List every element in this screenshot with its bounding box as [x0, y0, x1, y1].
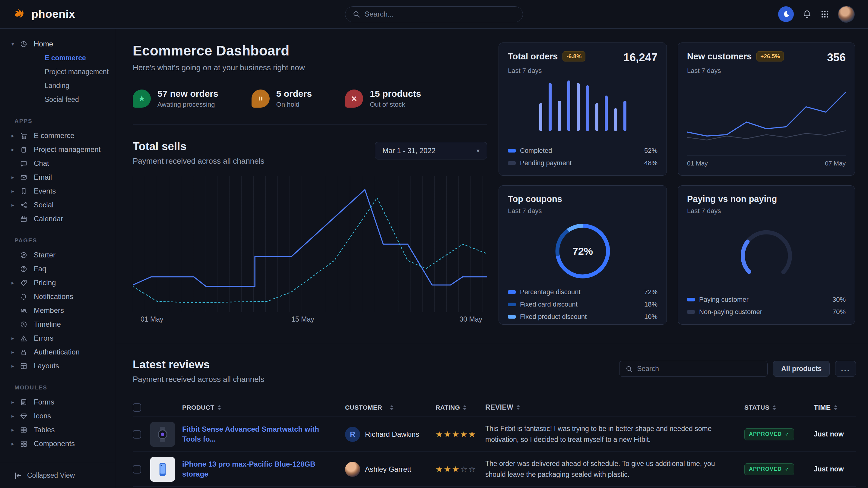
reviews-search[interactable]	[619, 361, 768, 377]
sidebar-item-label: Pricing	[34, 279, 56, 287]
column-header-customer[interactable]: CUSTOMER	[345, 404, 435, 411]
puzzle-icon	[20, 440, 34, 448]
sidebar-item-icons[interactable]: ▸Icons	[0, 409, 115, 423]
legend-label: Paying customer	[699, 296, 749, 303]
layout-icon	[20, 362, 34, 370]
column-header-product[interactable]: PRODUCT	[182, 404, 345, 411]
reviews-table-header: PRODUCT CUSTOMER RATING REVIEW STATUS TI…	[133, 398, 856, 417]
reviews-search-input[interactable]	[637, 365, 761, 373]
sidebar-item-landing[interactable]: Landing	[0, 79, 115, 93]
global-search[interactable]	[345, 6, 523, 22]
bell-icon	[802, 9, 812, 19]
sidebar-item-members[interactable]: Members	[0, 303, 115, 317]
x-label: 30 May	[460, 315, 482, 323]
user-avatar[interactable]	[838, 6, 855, 23]
donut-center-value: 72%	[553, 222, 612, 281]
tag-icon	[20, 279, 34, 287]
compass-icon	[20, 251, 34, 259]
sidebar-item-email[interactable]: ▸Email	[0, 170, 115, 184]
sidebar-item-pricing[interactable]: ▸Pricing	[0, 276, 115, 290]
sidebar-item-faq[interactable]: Faq	[0, 262, 115, 276]
collapse-view-toggle[interactable]: Collapsed View	[0, 463, 115, 488]
latest-reviews-section: Latest reviews Payment received across a…	[115, 343, 868, 488]
sidebar-item-layouts[interactable]: ▸Layouts	[0, 359, 115, 373]
sidebar-item-authentication[interactable]: ▸Authentication	[0, 345, 115, 359]
sidebar-item-e-commerce[interactable]: ▸E commerce	[0, 129, 115, 142]
column-label: TIME	[814, 403, 831, 412]
stat-desc: Out of stock	[370, 101, 421, 108]
bar	[558, 101, 561, 131]
apps-menu-button[interactable]	[820, 10, 829, 19]
sidebar-item-events[interactable]: ▸Events	[0, 184, 115, 198]
check-icon: ✓	[785, 431, 789, 438]
sidebar-item-social-feed[interactable]: Social feed	[0, 93, 115, 106]
sidebar-item-home[interactable]: ▾Home	[0, 37, 115, 51]
sidebar-item-label: Tables	[34, 426, 55, 434]
chevron-down-icon: ▾	[11, 41, 20, 47]
column-header-status[interactable]: STATUS	[744, 404, 814, 411]
select-all-checkbox[interactable]	[133, 403, 141, 412]
sidebar-item-calendar[interactable]: Calendar	[0, 212, 115, 226]
search-icon	[625, 365, 633, 372]
sort-icon	[463, 405, 467, 410]
column-header-review[interactable]: REVIEW	[485, 402, 744, 413]
page-subtitle: Here's what's going on at your business …	[133, 63, 487, 72]
legend-label: Fixed product discount	[520, 313, 587, 321]
review-text: The order was delivered ahead of schedul…	[485, 458, 744, 480]
sort-icon	[390, 405, 394, 410]
sidebar-item-social[interactable]: ▸Social	[0, 198, 115, 212]
sidebar-item-timeline[interactable]: Timeline	[0, 317, 115, 331]
column-header-rating[interactable]: RATING	[435, 404, 485, 411]
card-title: New customers	[687, 52, 752, 62]
x-label: 01 May	[687, 160, 708, 167]
product-link[interactable]: iPhone 13 pro max-Pacific Blue-128GB sto…	[182, 460, 315, 478]
status-label: APPROVED	[749, 431, 782, 437]
sidebar-item-forms[interactable]: ▸Forms	[0, 395, 115, 409]
table-icon	[20, 426, 34, 434]
notifications-button[interactable]	[802, 9, 812, 19]
legend-item: Paying customer30%	[687, 296, 846, 303]
date-range-select[interactable]: Mar 1 - 31, 2022 ▾	[375, 142, 487, 159]
chevron-right-icon: ▸	[11, 349, 20, 355]
all-products-button[interactable]: All products	[773, 361, 830, 377]
global-search-input[interactable]	[365, 10, 516, 19]
warning-icon	[20, 334, 34, 342]
theme-toggle-button[interactable]	[778, 6, 794, 22]
sidebar-item-notifications[interactable]: Notifications	[0, 290, 115, 303]
legend-value: 48%	[644, 159, 657, 167]
sidebar-item-project-management[interactable]: Project management	[0, 65, 115, 79]
x-label: 07 May	[825, 160, 846, 167]
legend-item: Completed52%	[508, 147, 657, 155]
sidebar-item-label: Home	[34, 40, 53, 48]
sidebar-item-e-commerce[interactable]: E commerce	[0, 51, 115, 65]
sidebar-item-label: Social	[34, 201, 53, 209]
bar	[623, 101, 626, 131]
sidebar-item-starter[interactable]: Starter	[0, 248, 115, 262]
status-badge: APPROVED✓	[744, 463, 794, 475]
sidebar-nav: ▾HomeE commerceProject managementLanding…	[0, 29, 115, 463]
column-header-time[interactable]: TIME	[814, 403, 856, 412]
bar	[577, 83, 580, 131]
sidebar-item-tables[interactable]: ▸Tables	[0, 423, 115, 437]
table-row: iPhone 13 pro max-Pacific Blue-128GB sto…	[133, 452, 856, 487]
more-options-button[interactable]: ...	[835, 361, 856, 377]
legend-swatch	[508, 315, 516, 319]
product-link[interactable]: Fitbit Sense Advanced Smartwatch with To…	[182, 425, 319, 443]
brand-name: phoenix	[31, 8, 75, 21]
sidebar-item-chat[interactable]: Chat	[0, 157, 115, 170]
brand[interactable]: phoenix	[13, 7, 75, 21]
legend-value: 72%	[644, 288, 657, 296]
orders-bar-chart	[508, 80, 657, 131]
row-checkbox[interactable]	[133, 430, 141, 438]
users-icon	[20, 307, 34, 314]
sort-icon	[834, 405, 838, 410]
orders-legend: Completed52%Pending payment48%	[508, 142, 657, 167]
x-label: 15 May	[291, 315, 314, 323]
review-time: Just now	[814, 430, 856, 438]
sidebar-item-errors[interactable]: ▸Errors	[0, 331, 115, 345]
sidebar-item-project-management[interactable]: ▸Project management	[0, 142, 115, 157]
calendar-icon	[20, 215, 34, 223]
sidebar-item-components[interactable]: ▸Components	[0, 437, 115, 451]
row-checkbox[interactable]	[133, 465, 141, 474]
column-label: CUSTOMER	[345, 404, 382, 411]
